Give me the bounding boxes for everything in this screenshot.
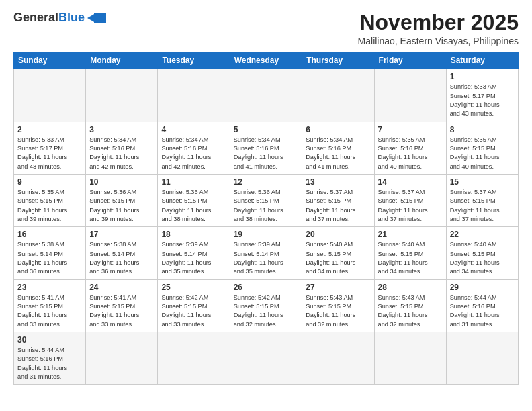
- calendar-week-row: 30Sunrise: 5:44 AMSunset: 5:16 PMDayligh…: [14, 332, 519, 385]
- day-info: Sunrise: 5:42 AMSunset: 5:15 PMDaylight:…: [161, 293, 226, 329]
- day-number: 26: [234, 283, 299, 292]
- calendar-cell: 9Sunrise: 5:35 AMSunset: 5:15 PMDaylight…: [14, 174, 86, 226]
- weekday-header: Wednesday: [230, 52, 302, 69]
- day-number: 7: [378, 125, 443, 134]
- calendar-cell: 4Sunrise: 5:34 AMSunset: 5:16 PMDaylight…: [158, 122, 230, 174]
- day-number: 28: [378, 283, 443, 292]
- calendar-cell: [374, 332, 446, 385]
- calendar-cell: 22Sunrise: 5:40 AMSunset: 5:15 PMDayligh…: [446, 227, 518, 279]
- calendar-cell: 21Sunrise: 5:40 AMSunset: 5:15 PMDayligh…: [374, 227, 446, 279]
- calendar-cell: 8Sunrise: 5:35 AMSunset: 5:15 PMDaylight…: [446, 122, 518, 174]
- day-number: 25: [161, 283, 226, 292]
- calendar-cell: [446, 332, 518, 385]
- calendar-cell: 13Sunrise: 5:37 AMSunset: 5:15 PMDayligh…: [302, 174, 374, 226]
- calendar-cell: 28Sunrise: 5:43 AMSunset: 5:15 PMDayligh…: [374, 279, 446, 332]
- day-number: 27: [306, 283, 370, 292]
- day-info: Sunrise: 5:43 AMSunset: 5:15 PMDaylight:…: [378, 293, 443, 329]
- day-info: Sunrise: 5:41 AMSunset: 5:15 PMDaylight:…: [17, 293, 82, 329]
- day-number: 21: [378, 230, 443, 239]
- calendar-week-row: 16Sunrise: 5:38 AMSunset: 5:14 PMDayligh…: [14, 227, 519, 279]
- svg-marker-1: [87, 13, 95, 23]
- calendar-cell: 23Sunrise: 5:41 AMSunset: 5:15 PMDayligh…: [14, 279, 86, 332]
- calendar-cell: [158, 332, 230, 385]
- day-number: 9: [17, 177, 82, 187]
- weekday-header: Thursday: [302, 52, 374, 69]
- location-title: Malilinao, Eastern Visayas, Philippines: [358, 36, 519, 46]
- month-title: November 2025: [358, 11, 519, 34]
- day-info: Sunrise: 5:36 AMSunset: 5:15 PMDaylight:…: [161, 188, 226, 224]
- day-info: Sunrise: 5:39 AMSunset: 5:14 PMDaylight:…: [234, 240, 299, 276]
- day-info: Sunrise: 5:41 AMSunset: 5:15 PMDaylight:…: [89, 293, 154, 329]
- day-number: 5: [234, 125, 299, 134]
- day-info: Sunrise: 5:34 AMSunset: 5:16 PMDaylight:…: [306, 136, 370, 171]
- day-info: Sunrise: 5:34 AMSunset: 5:16 PMDaylight:…: [234, 136, 299, 171]
- day-number: 14: [378, 177, 443, 187]
- calendar-cell: 14Sunrise: 5:37 AMSunset: 5:15 PMDayligh…: [374, 174, 446, 226]
- calendar-week-row: 23Sunrise: 5:41 AMSunset: 5:15 PMDayligh…: [14, 279, 519, 332]
- calendar-cell: 12Sunrise: 5:36 AMSunset: 5:15 PMDayligh…: [230, 174, 302, 226]
- day-number: 2: [17, 125, 82, 134]
- logo-text: GeneralBlue: [13, 11, 85, 25]
- day-number: 17: [89, 230, 154, 239]
- svg-marker-0: [94, 13, 106, 23]
- page-header: GeneralBlue November 2025 Malilinao, Eas…: [13, 11, 519, 46]
- calendar-cell: [374, 69, 446, 122]
- day-number: 12: [234, 177, 299, 187]
- weekday-header: Saturday: [446, 52, 518, 69]
- weekday-header: Friday: [374, 52, 446, 69]
- day-number: 10: [89, 177, 154, 187]
- day-info: Sunrise: 5:44 AMSunset: 5:16 PMDaylight:…: [17, 346, 82, 381]
- calendar-cell: 27Sunrise: 5:43 AMSunset: 5:15 PMDayligh…: [302, 279, 374, 332]
- day-number: 16: [17, 230, 82, 239]
- calendar-week-row: 2Sunrise: 5:33 AMSunset: 5:17 PMDaylight…: [14, 122, 519, 174]
- day-number: 18: [161, 230, 226, 239]
- day-info: Sunrise: 5:40 AMSunset: 5:15 PMDaylight:…: [306, 240, 370, 276]
- day-number: 24: [89, 283, 154, 292]
- day-info: Sunrise: 5:35 AMSunset: 5:15 PMDaylight:…: [17, 188, 82, 224]
- day-number: 15: [450, 177, 515, 187]
- calendar-cell: 3Sunrise: 5:34 AMSunset: 5:16 PMDaylight…: [86, 122, 158, 174]
- calendar-cell: 19Sunrise: 5:39 AMSunset: 5:14 PMDayligh…: [230, 227, 302, 279]
- day-info: Sunrise: 5:34 AMSunset: 5:16 PMDaylight:…: [161, 136, 226, 171]
- day-info: Sunrise: 5:38 AMSunset: 5:14 PMDaylight:…: [17, 240, 82, 276]
- day-info: Sunrise: 5:36 AMSunset: 5:15 PMDaylight:…: [234, 188, 299, 224]
- calendar-cell: 1Sunrise: 5:33 AMSunset: 5:17 PMDaylight…: [446, 69, 518, 122]
- day-info: Sunrise: 5:43 AMSunset: 5:15 PMDaylight:…: [306, 293, 370, 329]
- calendar-cell: [302, 332, 374, 385]
- day-info: Sunrise: 5:39 AMSunset: 5:14 PMDaylight:…: [161, 240, 226, 276]
- day-number: 6: [306, 125, 370, 134]
- day-info: Sunrise: 5:40 AMSunset: 5:15 PMDaylight:…: [378, 240, 443, 276]
- calendar-cell: 26Sunrise: 5:42 AMSunset: 5:15 PMDayligh…: [230, 279, 302, 332]
- calendar-week-row: 9Sunrise: 5:35 AMSunset: 5:15 PMDaylight…: [14, 174, 519, 226]
- calendar-cell: [86, 69, 158, 122]
- day-info: Sunrise: 5:37 AMSunset: 5:15 PMDaylight:…: [306, 188, 370, 224]
- calendar-week-row: 1Sunrise: 5:33 AMSunset: 5:17 PMDaylight…: [14, 69, 519, 122]
- calendar-cell: 16Sunrise: 5:38 AMSunset: 5:14 PMDayligh…: [14, 227, 86, 279]
- logo: GeneralBlue: [13, 11, 107, 26]
- calendar-cell: 5Sunrise: 5:34 AMSunset: 5:16 PMDaylight…: [230, 122, 302, 174]
- calendar-cell: 11Sunrise: 5:36 AMSunset: 5:15 PMDayligh…: [158, 174, 230, 226]
- calendar-cell: 6Sunrise: 5:34 AMSunset: 5:16 PMDaylight…: [302, 122, 374, 174]
- calendar-header-row: SundayMondayTuesdayWednesdayThursdayFrid…: [14, 52, 519, 69]
- day-info: Sunrise: 5:38 AMSunset: 5:14 PMDaylight:…: [89, 240, 154, 276]
- day-number: 20: [306, 230, 370, 239]
- day-info: Sunrise: 5:40 AMSunset: 5:15 PMDaylight:…: [450, 240, 515, 276]
- weekday-header: Sunday: [14, 52, 86, 69]
- weekday-header: Tuesday: [158, 52, 230, 69]
- calendar-table: SundayMondayTuesdayWednesdayThursdayFrid…: [13, 52, 519, 385]
- day-number: 8: [450, 125, 515, 134]
- calendar-cell: 2Sunrise: 5:33 AMSunset: 5:17 PMDaylight…: [14, 122, 86, 174]
- day-info: Sunrise: 5:44 AMSunset: 5:16 PMDaylight:…: [450, 293, 515, 329]
- day-number: 13: [306, 177, 370, 187]
- calendar-cell: 20Sunrise: 5:40 AMSunset: 5:15 PMDayligh…: [302, 227, 374, 279]
- logo-icon: [87, 11, 107, 26]
- calendar-cell: 30Sunrise: 5:44 AMSunset: 5:16 PMDayligh…: [14, 332, 86, 385]
- calendar-cell: [86, 332, 158, 385]
- day-info: Sunrise: 5:42 AMSunset: 5:15 PMDaylight:…: [234, 293, 299, 329]
- day-number: 23: [17, 283, 82, 292]
- calendar-cell: 24Sunrise: 5:41 AMSunset: 5:15 PMDayligh…: [86, 279, 158, 332]
- title-area: November 2025 Malilinao, Eastern Visayas…: [358, 11, 519, 46]
- calendar-cell: [230, 332, 302, 385]
- calendar-cell: 29Sunrise: 5:44 AMSunset: 5:16 PMDayligh…: [446, 279, 518, 332]
- day-number: 29: [450, 283, 515, 292]
